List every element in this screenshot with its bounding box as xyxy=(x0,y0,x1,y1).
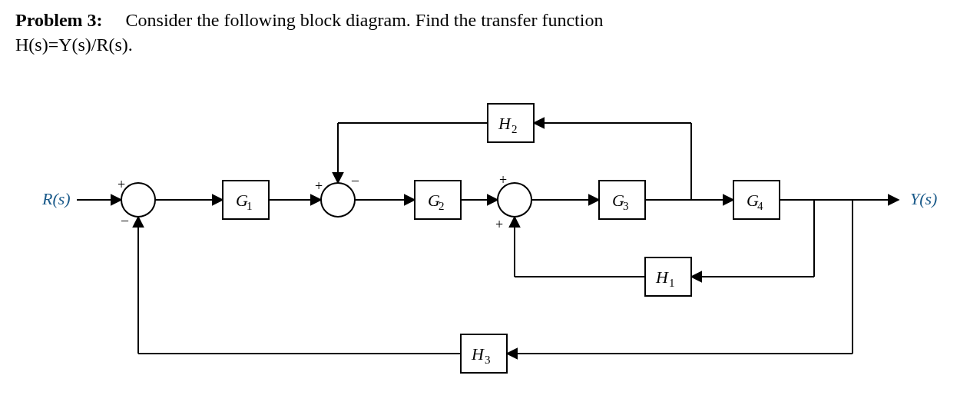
block-h1 xyxy=(645,258,691,296)
input-label: R(s) xyxy=(41,189,71,208)
h3-label: H xyxy=(471,344,485,364)
h1-label: H xyxy=(655,267,669,287)
sum3-plus-bottom: + xyxy=(495,217,503,232)
h3-sub: 3 xyxy=(485,354,491,366)
g3-sub: 3 xyxy=(623,200,629,212)
summing-junction-2 xyxy=(321,183,355,217)
problem-label: Problem 3: xyxy=(15,10,103,30)
problem-statement: Problem 3: Consider the following block … xyxy=(15,8,965,58)
block-diagram: R(s) + – G 1 + – G 2 + + xyxy=(0,77,980,400)
output-label: Y(s) xyxy=(910,189,937,208)
g2-sub: 2 xyxy=(439,200,445,212)
sum2-plus: + xyxy=(315,178,323,194)
problem-text-1: Consider the following block diagram. Fi… xyxy=(126,10,604,30)
summing-junction-3 xyxy=(498,183,531,217)
h2-label: H xyxy=(498,114,512,133)
g1-sub: 1 xyxy=(247,200,253,212)
g4-sub: 4 xyxy=(757,200,763,212)
block-h2 xyxy=(488,104,534,142)
sum3-plus-top: + xyxy=(499,172,507,188)
problem-text-2: H(s)=Y(s)/R(s). xyxy=(15,35,133,55)
sum2-minus: – xyxy=(351,172,359,188)
block-h3 xyxy=(461,334,507,373)
sum1-minus: – xyxy=(121,212,129,228)
h2-sub: 2 xyxy=(512,123,518,135)
sum1-plus: + xyxy=(118,177,125,192)
h1-sub: 1 xyxy=(669,277,675,289)
